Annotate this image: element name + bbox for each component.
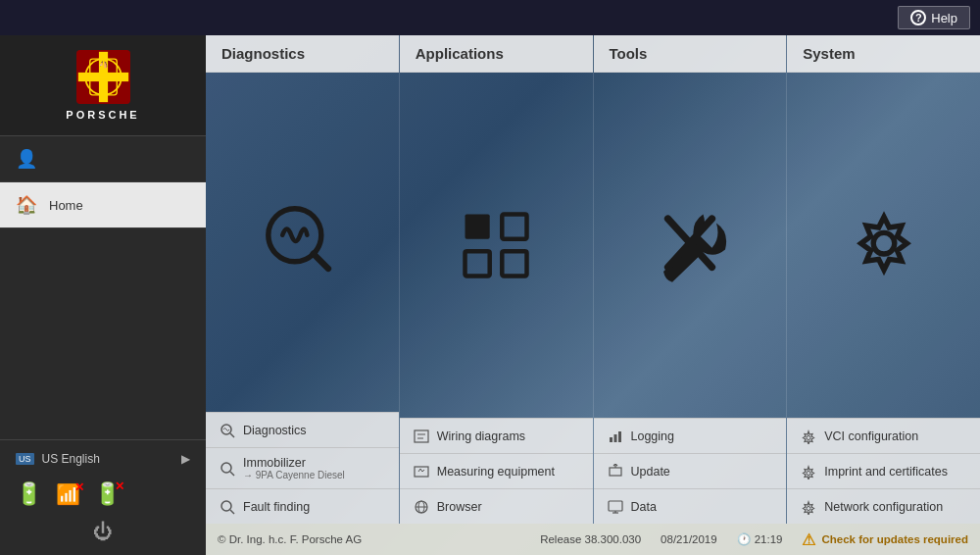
diagnostics-big-icon (258, 198, 346, 286)
data-item[interactable]: Data (594, 488, 787, 524)
sidebar-nav: 👤 🏠 Home (0, 136, 206, 439)
wiring-item-label: Wiring diagrams (437, 429, 525, 443)
diagnostics-column: Diagnostics Diagnostics (206, 35, 400, 524)
svg-point-14 (221, 501, 231, 511)
svg-point-12 (221, 463, 231, 473)
diagnostics-item-label: Diagnostics (243, 424, 307, 437)
search-lock-icon (220, 461, 235, 477)
release-text: Release 38.300.030 (540, 533, 641, 545)
wifi-status-icon: 📶 ✕ (56, 482, 80, 506)
diagnostics-item[interactable]: Diagnostics (206, 412, 399, 447)
top-bar: ? Help (0, 0, 980, 35)
wiring-item[interactable]: Wiring diagrams (400, 418, 593, 453)
immobilizer-item[interactable]: Immobilizer → 9PA Cayenne Diesel (206, 447, 399, 488)
immobilizer-item-label: Immobilizer (243, 456, 345, 470)
diagnostics-items: Diagnostics Immobilizer → 9PA Cayenne Di… (206, 412, 399, 524)
system-icon-area[interactable] (787, 73, 980, 418)
gear-sm-network-icon (801, 499, 816, 515)
monitor-icon (608, 499, 623, 515)
vci-item[interactable]: VCI configuration (787, 418, 980, 453)
update-item[interactable]: Update (594, 453, 787, 488)
time-text: 🕐 21:19 (737, 532, 783, 546)
svg-line-9 (314, 254, 328, 269)
tools-big-icon (646, 201, 734, 289)
svg-point-38 (807, 435, 810, 439)
update-icon (608, 464, 623, 479)
svg-rect-34 (609, 501, 622, 511)
svg-line-13 (230, 472, 234, 476)
warning-text: Check for updates required (821, 533, 968, 545)
gear-sm-vci-icon (801, 429, 816, 444)
sidebar-logo: 🐴 PORSCHE (0, 35, 206, 136)
svg-rect-23 (415, 467, 428, 477)
svg-point-37 (873, 232, 895, 254)
logging-item-label: Logging (631, 429, 675, 443)
porsche-crest-icon: 🐴 (76, 50, 130, 104)
sidebar-item-user[interactable]: 👤 (0, 136, 206, 182)
network-item[interactable]: Network configuration (787, 488, 980, 524)
svg-rect-30 (613, 434, 616, 442)
logging-item[interactable]: Logging (594, 418, 787, 453)
svg-point-39 (807, 471, 810, 475)
fault-icon (220, 499, 235, 515)
measuring-item[interactable]: Measuring equipment (400, 453, 593, 488)
wifi-x-badge: ✕ (74, 480, 84, 494)
power-button-area: ⏻ (16, 521, 190, 543)
svg-line-15 (230, 510, 234, 514)
power-icon[interactable]: ⏻ (93, 521, 113, 543)
imprint-item-label: Imprint and certificates (824, 465, 948, 479)
applications-column: Applications Wiring diagrams (400, 35, 594, 524)
sidebar: 🐴 PORSCHE 👤 🏠 Home US US English (0, 35, 206, 555)
diagnostics-header: Diagnostics (206, 35, 399, 73)
tools-icon-area[interactable] (594, 73, 787, 418)
update-item-label: Update (631, 465, 670, 479)
battery-x-badge: ✕ (115, 479, 124, 493)
fault-finding-item[interactable]: Fault finding (206, 488, 399, 524)
gear-sm-imprint-icon (801, 464, 816, 479)
user-icon: 👤 (16, 148, 37, 170)
system-column: System VCI configuration Imprint and cer… (787, 35, 980, 524)
tools-column: Tools Logging (594, 35, 788, 524)
clock-icon: 🕐 (737, 532, 751, 546)
tools-header: Tools (594, 35, 787, 73)
home-icon: 🏠 (16, 194, 37, 216)
chart-icon (608, 429, 623, 444)
applications-items: Wiring diagrams Measuring equipment Brow… (400, 418, 593, 524)
applications-big-icon (452, 201, 540, 289)
warning-triangle-icon: ⚠ (802, 530, 815, 549)
sidebar-item-home[interactable]: 🏠 Home (0, 182, 206, 228)
network-item-label: Network configuration (824, 500, 943, 514)
immobilizer-item-sub: → 9PA Cayenne Diesel (243, 470, 345, 480)
status-bar: © Dr. Ing. h.c. F. Porsche AG Release 38… (206, 524, 980, 555)
immobilizer-item-text: Immobilizer → 9PA Cayenne Diesel (243, 456, 345, 480)
svg-point-40 (807, 506, 810, 510)
help-button[interactable]: ? Help (898, 6, 970, 29)
system-items: VCI configuration Imprint and certificat… (787, 418, 980, 524)
diagnostics-icon-area[interactable] (206, 73, 399, 412)
imprint-item[interactable]: Imprint and certificates (787, 453, 980, 488)
battery-status-icon: 🔋 (16, 481, 42, 507)
language-selector[interactable]: US US English ▶ (16, 452, 190, 466)
tools-items: Logging Update Data (594, 418, 787, 524)
svg-line-11 (230, 433, 234, 437)
sidebar-footer: US US English ▶ 🔋 📶 ✕ 🔋 ✕ ⏻ (0, 439, 206, 555)
fault-finding-item-text: Fault finding (243, 500, 310, 514)
language-flag: US (16, 453, 34, 465)
svg-rect-31 (618, 431, 621, 442)
content-area: Diagnostics Diagnostics (206, 35, 980, 555)
main-layout: 🐴 PORSCHE 👤 🏠 Home US US English (0, 35, 980, 555)
home-label: Home (49, 198, 83, 213)
measuring-icon (414, 464, 429, 479)
help-label: Help (931, 11, 957, 25)
help-icon: ? (910, 10, 926, 25)
browser-item[interactable]: Browser (400, 488, 593, 524)
svg-rect-20 (415, 430, 428, 442)
svg-rect-32 (610, 468, 621, 476)
update-warning: ⚠ Check for updates required (802, 530, 968, 549)
status-icons: 🔋 📶 ✕ 🔋 ✕ (16, 476, 190, 513)
applications-icon-area[interactable] (400, 73, 593, 418)
language-name: US English (42, 452, 100, 466)
svg-rect-17 (502, 215, 526, 239)
svg-rect-29 (610, 437, 612, 442)
wiring-icon (414, 429, 429, 444)
